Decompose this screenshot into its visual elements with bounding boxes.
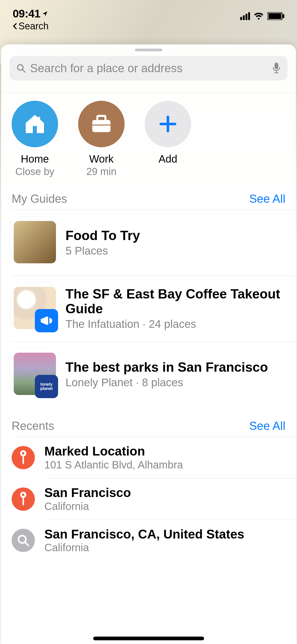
svg-rect-9 (92, 120, 111, 132)
section-title: My Guides (12, 192, 67, 205)
sheet-grabber[interactable] (135, 49, 162, 51)
chevron-left-icon (13, 23, 17, 29)
guide-thumbnail (12, 220, 56, 265)
recent-subtitle: California (44, 500, 285, 512)
status-bar: 09:41 Search (0, 0, 297, 37)
search-bar[interactable] (10, 56, 287, 80)
favorite-title: Work (89, 153, 114, 165)
home-indicator[interactable] (93, 637, 204, 640)
guide-title: Food To Try (65, 228, 285, 243)
guide-item[interactable]: Food To Try 5 Places (1, 210, 296, 275)
pin-icon (12, 487, 35, 511)
svg-rect-2 (283, 14, 284, 18)
recent-title: Marked Location (44, 444, 285, 458)
home-icon (23, 112, 47, 136)
publisher-badge: lonely planet (35, 375, 58, 398)
guide-title: The best parks in San Francisco (65, 360, 285, 375)
search-result-icon (12, 529, 35, 552)
svg-rect-5 (275, 63, 278, 69)
guide-subtitle: Lonely Planet · 8 places (65, 376, 285, 389)
guide-subtitle: The Infatuation · 24 places (65, 318, 285, 330)
search-input[interactable] (30, 62, 268, 75)
wifi-icon (254, 12, 264, 20)
guide-subtitle: 5 Places (65, 245, 285, 257)
favorite-home[interactable]: Home Close by (12, 101, 58, 177)
section-title: Recents (12, 419, 54, 433)
location-arrow-icon (42, 11, 48, 17)
recent-title: San Francisco (44, 486, 285, 500)
recent-title: San Francisco, CA, United States (44, 527, 285, 541)
recent-item[interactable]: Marked Location 101 S Atlantic Blvd, Alh… (1, 437, 296, 478)
cellular-icon (240, 12, 250, 20)
svg-line-4 (22, 70, 25, 72)
back-to-search[interactable]: Search (13, 21, 49, 32)
recent-subtitle: California (44, 542, 285, 554)
plus-icon (158, 114, 177, 134)
briefcase-icon (89, 112, 114, 136)
svg-point-14 (22, 452, 24, 454)
favorite-title: Add (158, 153, 177, 165)
recent-item[interactable]: San Francisco California (1, 479, 296, 520)
favorite-add[interactable]: Add (145, 101, 191, 177)
guide-thumbnail (12, 286, 56, 331)
section-header-guides: My Guides See All (1, 192, 296, 210)
favorites-row: Home Close by Work 29 min Add (1, 93, 296, 192)
svg-rect-1 (268, 13, 281, 19)
svg-point-17 (22, 494, 24, 496)
recent-item[interactable]: San Francisco, CA, United States Califor… (1, 520, 296, 561)
mic-icon[interactable] (272, 63, 281, 74)
favorite-work[interactable]: Work 29 min (78, 101, 125, 177)
pin-icon (12, 446, 35, 469)
megaphone-icon (35, 309, 58, 332)
see-all-recents[interactable]: See All (249, 419, 285, 433)
favorite-subtitle: Close by (15, 166, 54, 177)
section-header-recents: Recents See All (1, 419, 296, 437)
search-icon (16, 63, 26, 73)
battery-icon (267, 12, 284, 20)
recent-subtitle: 101 S Atlantic Blvd, Alhambra (44, 459, 285, 471)
guide-item[interactable]: lonely planet The best parks in San Fran… (1, 342, 296, 407)
guide-item[interactable]: The SF & East Bay Coffee Takeout Guide T… (1, 276, 296, 341)
svg-line-20 (25, 542, 29, 546)
see-all-guides[interactable]: See All (249, 192, 285, 205)
status-time: 09:41 (13, 7, 49, 20)
search-sheet: Home Close by Work 29 min Add (1, 44, 296, 644)
favorite-title: Home (21, 153, 49, 165)
guide-thumbnail: lonely planet (12, 352, 56, 397)
guide-title: The SF & East Bay Coffee Takeout Guide (65, 287, 285, 316)
back-label: Search (18, 21, 49, 32)
favorite-subtitle: 29 min (86, 166, 116, 177)
